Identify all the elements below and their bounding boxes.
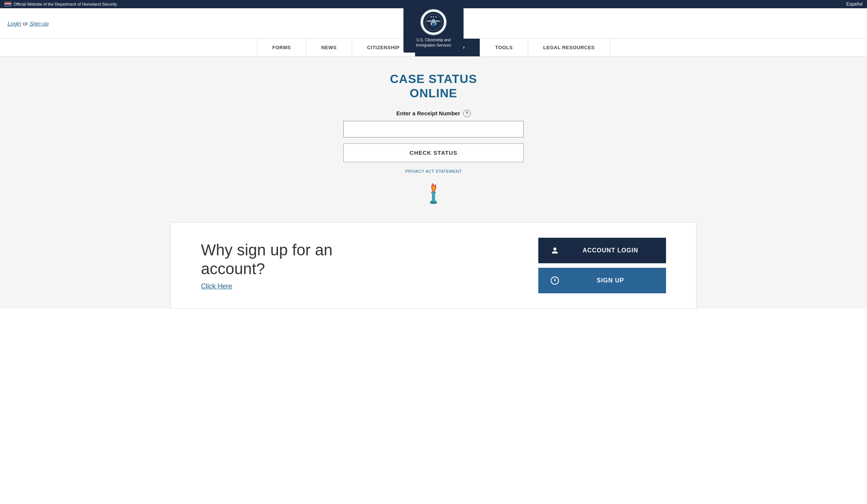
nav-forms[interactable]: FORMS [257, 39, 306, 56]
svg-point-11 [553, 247, 556, 250]
signup-icon [550, 275, 560, 286]
svg-point-13 [554, 280, 556, 281]
espanol-link[interactable]: Español [846, 2, 862, 7]
nav-legal-resources[interactable]: LEGAL RESOURCES [528, 39, 610, 56]
signup-left: Why sign up for an account? Click Here [201, 241, 523, 290]
logo-text: U.S. Citizenship and Immigration Service… [410, 38, 457, 48]
svg-rect-6 [431, 192, 436, 194]
receipt-number-input[interactable] [343, 121, 524, 137]
header-login-area: Login or Sign up [8, 20, 48, 27]
gov-banner-text: Official Website of the Department of Ho… [14, 2, 117, 6]
main-content: CASE STATUS ONLINE Enter a Receipt Numbe… [0, 57, 867, 309]
signup-link[interactable]: Sign up [29, 20, 48, 27]
or-text: or [21, 20, 30, 27]
case-status-section: CASE STATUS ONLINE Enter a Receipt Numbe… [264, 72, 603, 222]
signup-label: SIGN UP [566, 277, 655, 284]
nav-tools[interactable]: TOOLS [480, 39, 528, 56]
help-icon[interactable]: ? [463, 110, 471, 117]
account-icon [550, 245, 560, 256]
dhs-seal: ★ ★ ★ [420, 9, 447, 35]
privacy-act-link[interactable]: PRIVACY ACT STATEMENT [264, 169, 603, 174]
login-link[interactable]: Login [8, 20, 21, 27]
case-status-title: CASE STATUS ONLINE [264, 72, 603, 101]
nav-news[interactable]: NEWS [306, 39, 352, 56]
svg-point-10 [430, 202, 437, 204]
receipt-label: Enter a Receipt Number ? [264, 110, 603, 117]
why-signup-title: Why sign up for an account? [201, 241, 523, 279]
account-login-label: ACCOUNT LOGIN [566, 247, 655, 254]
us-flag-icon [5, 2, 11, 6]
torch-decoration [264, 181, 603, 211]
header: Login or Sign up ★ ★ ★ [0, 8, 867, 38]
check-status-button[interactable]: CHECK STATUS [343, 143, 524, 162]
svg-point-3 [432, 19, 435, 22]
signup-right: ACCOUNT LOGIN SIGN UP [538, 238, 666, 293]
account-login-button[interactable]: ACCOUNT LOGIN [538, 238, 666, 263]
gov-banner-left: Official Website of the Department of Ho… [5, 2, 117, 6]
signup-button[interactable]: SIGN UP [538, 268, 666, 293]
click-here-link[interactable]: Click Here [201, 282, 232, 290]
signup-section: Why sign up for an account? Click Here A… [171, 222, 696, 309]
site-logo: ★ ★ ★ U.S. Citizenship and Immigration S… [403, 5, 464, 53]
svg-text:★ ★ ★: ★ ★ ★ [430, 16, 437, 18]
